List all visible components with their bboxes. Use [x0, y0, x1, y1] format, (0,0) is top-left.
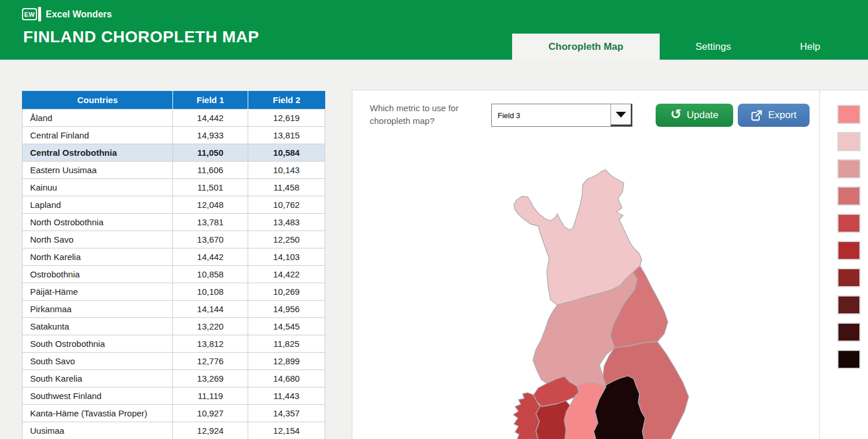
table-cell: South Ostrobothnia — [23, 335, 173, 352]
brand-name: Excel Wonders — [46, 9, 112, 20]
table-row[interactable]: Kanta-Häme (Tavastia Proper)10,92714,357 — [23, 404, 325, 422]
metric-question-label: Which metric to use for choropleth map? — [370, 102, 486, 127]
table-row[interactable]: Lapland12,04810,762 — [23, 196, 325, 213]
table-cell: 10,269 — [248, 283, 325, 300]
table-cell: 12,619 — [248, 109, 325, 126]
table-cell: 10,762 — [248, 196, 325, 213]
legend-swatch — [837, 295, 860, 314]
excel-wonders-logo-icon: EW — [22, 7, 41, 21]
export-button[interactable]: Export — [738, 104, 810, 127]
table-cell: Pirkanmaa — [23, 300, 173, 317]
legend-swatch — [837, 105, 860, 124]
export-icon — [751, 109, 763, 122]
tab-help[interactable]: Help — [767, 34, 854, 60]
table-cell: 11,458 — [248, 178, 325, 196]
table-cell: 10,584 — [248, 144, 325, 161]
dropdown-arrow-button[interactable] — [610, 104, 632, 126]
table-cell: Lapland — [23, 196, 173, 213]
table-row[interactable]: Central Ostrobothnia11,05010,584 — [23, 144, 325, 161]
logo-ew-box: EW — [22, 8, 37, 20]
table-cell: 13,812 — [173, 335, 248, 352]
table-cell: Kainuu — [23, 178, 173, 196]
update-button-label: Update — [687, 109, 719, 121]
table-cell: Satakunta — [23, 317, 173, 335]
tab-choropleth-map[interactable]: Choropleth Map — [512, 34, 660, 60]
table-cell: 10,143 — [248, 161, 325, 178]
table-row[interactable]: Satakunta13,22014,545 — [23, 317, 325, 335]
table-cell: 11,443 — [248, 387, 325, 404]
table-cell: South Savo — [23, 352, 173, 370]
legend-swatch — [837, 159, 860, 178]
table-row[interactable]: North Ostrobothnia13,78113,483 — [23, 213, 325, 231]
table-cell: 13,670 — [173, 231, 248, 248]
table-row[interactable]: North Karelia14,44214,103 — [23, 248, 325, 265]
legend — [837, 105, 860, 369]
table-row[interactable]: Kainuu11,50111,458 — [23, 178, 325, 196]
table-cell: 13,269 — [173, 370, 248, 387]
table-cell: Ostrobothnia — [23, 265, 173, 283]
map-region-ostrobothnia — [513, 393, 540, 439]
table-cell: 12,899 — [248, 352, 325, 370]
table-cell: North Ostrobothnia — [23, 213, 173, 231]
table-cell: 11,050 — [173, 144, 248, 161]
table-cell: 11,501 — [173, 178, 248, 196]
legend-swatch — [837, 186, 860, 206]
page-title: FINLAND CHOROPLETH MAP — [23, 28, 259, 46]
table-row[interactable]: Ostrobothnia10,85814,422 — [23, 265, 325, 283]
table-cell: 11,119 — [173, 387, 248, 404]
legend-swatch — [837, 268, 860, 287]
table-row[interactable]: South Savo12,77612,899 — [23, 352, 325, 370]
table-cell: 10,927 — [173, 404, 248, 422]
tab-settings[interactable]: Settings — [660, 34, 767, 60]
table-cell: 11,825 — [248, 335, 325, 352]
table-cell: 13,483 — [248, 213, 325, 231]
table-cell: 14,956 — [248, 300, 325, 317]
column-header-field2: Field 2 — [248, 91, 325, 109]
table-row[interactable]: Southwest Finland11,11911,443 — [23, 387, 325, 404]
app-header: EW Excel Wonders FINLAND CHOROPLETH MAP … — [0, 0, 868, 60]
table-cell: Åland — [23, 109, 173, 126]
table-row[interactable]: South Karelia13,26914,680 — [23, 370, 325, 387]
table-cell: North Karelia — [23, 248, 173, 265]
table-row[interactable]: South Ostrobothnia13,81211,825 — [23, 335, 325, 352]
legend-swatch — [837, 323, 860, 342]
table-cell: Eastern Uusimaa — [23, 161, 173, 178]
table-cell: 14,357 — [248, 404, 325, 422]
table-row[interactable]: Eastern Uusimaa11,60610,143 — [23, 161, 325, 178]
table-row[interactable]: Päijät-Häme10,10810,269 — [23, 283, 325, 300]
table-cell: 14,933 — [173, 126, 248, 144]
table-row[interactable]: North Savo13,67012,250 — [23, 231, 325, 248]
table-cell: 12,250 — [248, 231, 325, 248]
legend-swatch — [837, 132, 860, 151]
table-cell: 14,144 — [173, 300, 248, 317]
table-body: Åland14,44212,619Central Finland14,93313… — [23, 109, 325, 439]
tab-bar: Choropleth Map Settings Help — [512, 34, 854, 60]
export-button-label: Export — [768, 109, 796, 121]
legend-swatch — [837, 241, 860, 260]
table-cell: Central Ostrobothnia — [23, 144, 173, 161]
table-cell: 14,680 — [248, 370, 325, 387]
table-cell: 13,220 — [173, 317, 248, 335]
update-button[interactable]: ↺ Update — [656, 104, 733, 127]
legend-divider — [819, 90, 820, 439]
metric-dropdown[interactable]: Field 3 — [491, 104, 632, 127]
table-cell: 12,776 — [173, 352, 248, 370]
legend-swatch — [837, 350, 860, 369]
refresh-icon: ↺ — [670, 108, 681, 120]
table-cell: Kanta-Häme (Tavastia Proper) — [23, 404, 173, 422]
table-cell: 13,815 — [248, 126, 325, 144]
table-cell: 14,545 — [248, 317, 325, 335]
table-cell: 12,154 — [248, 422, 325, 439]
column-header-field1: Field 1 — [173, 91, 248, 109]
table-cell: 12,924 — [173, 422, 248, 439]
table-cell: 11,606 — [173, 161, 248, 178]
table-row[interactable]: Pirkanmaa14,14414,956 — [23, 300, 325, 317]
table-cell: Uusimaa — [23, 422, 173, 439]
table-cell: 13,781 — [173, 213, 248, 231]
column-header-countries: Countries — [23, 91, 173, 109]
table-row[interactable]: Åland14,44212,619 — [23, 109, 325, 126]
finland-choropleth-map — [489, 139, 720, 439]
table-row[interactable]: Uusimaa12,92412,154 — [23, 422, 325, 439]
table-row[interactable]: Central Finland14,93313,815 — [23, 126, 325, 144]
table-cell: 10,108 — [173, 283, 248, 300]
